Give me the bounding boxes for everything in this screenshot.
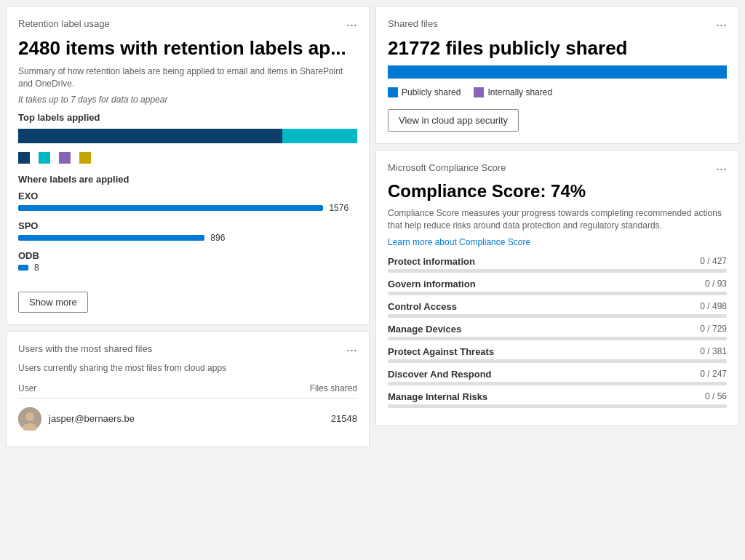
legend-internally-shared: Internally shared bbox=[474, 87, 552, 97]
avatar bbox=[18, 407, 41, 431]
discover-respond-bar bbox=[388, 382, 727, 385]
compliance-row-protect-threats: Protect Against Threats 0 / 381 bbox=[388, 346, 727, 363]
compliance-row-govern-info: Govern information 0 / 93 bbox=[388, 279, 727, 295]
table-row: jasper@bernaers.be 21548 bbox=[18, 403, 357, 435]
discover-respond-score: 0 / 247 bbox=[700, 369, 727, 379]
top-labels-bar bbox=[18, 129, 357, 143]
protect-info-score: 0 / 427 bbox=[700, 256, 727, 266]
compliance-description: Compliance Score measures your progress … bbox=[388, 207, 727, 232]
odb-bar bbox=[18, 265, 28, 271]
shared-files-menu[interactable]: ··· bbox=[716, 18, 727, 31]
protect-info-bar bbox=[388, 269, 727, 273]
legend-dot-purple bbox=[474, 87, 484, 97]
retention-sub-text: Summary of how retention labels are bein… bbox=[18, 65, 357, 90]
govern-info-label: Govern information bbox=[388, 279, 476, 289]
shared-files-legend: Publicly shared Internally shared bbox=[388, 87, 727, 97]
compliance-row-control-access: Control Access 0 / 498 bbox=[388, 301, 727, 318]
govern-info-bar bbox=[388, 292, 727, 295]
spo-bar bbox=[18, 235, 204, 241]
odb-label: ODB bbox=[18, 250, 357, 261]
protect-threats-label: Protect Against Threats bbox=[388, 346, 494, 357]
users-card-title: Users with the most shared files bbox=[18, 343, 152, 354]
label-row-exo: EXO 1576 bbox=[18, 191, 357, 213]
swatch-teal bbox=[39, 152, 50, 164]
swatch-yellow bbox=[79, 152, 91, 164]
protect-info-label: Protect information bbox=[388, 256, 475, 267]
table-header: User Files shared bbox=[18, 379, 357, 399]
compliance-score-card: Microsoft Compliance Score ··· Complianc… bbox=[375, 150, 739, 426]
shared-files-card: Shared files ··· 21772 files publicly sh… bbox=[375, 6, 739, 144]
compliance-row-protect-info: Protect information 0 / 427 bbox=[388, 256, 727, 273]
label-row-odb: ODB 8 bbox=[18, 250, 357, 273]
swatch-purple bbox=[59, 152, 71, 164]
shared-files-title: Shared files bbox=[388, 18, 438, 29]
users-sub-text: Users currently sharing the most files f… bbox=[18, 362, 357, 375]
legend-dot-blue bbox=[388, 87, 398, 97]
retention-card-menu[interactable]: ··· bbox=[346, 18, 357, 31]
protect-threats-score: 0 / 381 bbox=[700, 346, 727, 356]
retention-warning: It takes up to 7 days for data to appear bbox=[18, 95, 357, 105]
user-info: jasper@bernaers.be bbox=[18, 407, 135, 431]
discover-respond-label: Discover And Respond bbox=[388, 369, 492, 380]
spo-label: SPO bbox=[18, 220, 357, 231]
legend-label-public: Publicly shared bbox=[402, 87, 461, 97]
compliance-card-menu[interactable]: ··· bbox=[716, 162, 727, 175]
spo-value: 896 bbox=[210, 233, 225, 243]
users-shared-files-card: Users with the most shared files ··· Use… bbox=[6, 331, 370, 447]
bar-segment-2 bbox=[282, 129, 357, 143]
users-card-menu[interactable]: ··· bbox=[346, 343, 357, 356]
internal-risks-score: 0 / 56 bbox=[705, 391, 727, 401]
shared-files-bar bbox=[388, 65, 727, 79]
learn-more-link[interactable]: Learn more about Compliance Score bbox=[388, 237, 530, 247]
retention-big-number: 2480 items with retention labels ap... bbox=[18, 37, 357, 60]
odb-value: 8 bbox=[34, 263, 39, 273]
show-more-button[interactable]: Show more bbox=[18, 292, 88, 313]
manage-devices-label: Manage Devices bbox=[388, 324, 461, 335]
compliance-row-internal-risks: Manage Internal Risks 0 / 56 bbox=[388, 391, 727, 408]
where-labels-section: Where labels are applied bbox=[18, 174, 357, 185]
exo-bar bbox=[18, 205, 323, 211]
svg-point-1 bbox=[25, 412, 34, 421]
user-email: jasper@bernaers.be bbox=[49, 413, 135, 424]
manage-devices-bar bbox=[388, 337, 727, 340]
internal-risks-bar bbox=[388, 404, 727, 408]
control-access-label: Control Access bbox=[388, 301, 457, 312]
top-labels-section: Top labels applied bbox=[18, 112, 357, 123]
compliance-card-title: Microsoft Compliance Score bbox=[388, 162, 506, 173]
legend-publicly-shared: Publicly shared bbox=[388, 87, 461, 97]
view-cloud-app-security-button[interactable]: View in cloud app security bbox=[388, 109, 519, 132]
swatch-blue bbox=[18, 152, 30, 164]
legend-label-internal: Internally shared bbox=[487, 87, 552, 97]
bar-segment-1 bbox=[18, 129, 282, 143]
col-files: Files shared bbox=[310, 383, 357, 393]
files-count: 21548 bbox=[331, 413, 357, 424]
label-row-spo: SPO 896 bbox=[18, 220, 357, 243]
compliance-row-discover-respond: Discover And Respond 0 / 247 bbox=[388, 369, 727, 385]
exo-value: 1576 bbox=[329, 203, 348, 213]
retention-card-title: Retention label usage bbox=[18, 18, 110, 29]
retention-label-card: Retention label usage ··· 2480 items wit… bbox=[6, 6, 370, 325]
color-swatches bbox=[18, 152, 357, 164]
exo-label: EXO bbox=[18, 191, 357, 201]
compliance-score-label: Compliance Score: 74% bbox=[388, 181, 727, 201]
compliance-row-manage-devices: Manage Devices 0 / 729 bbox=[388, 324, 727, 340]
manage-devices-score: 0 / 729 bbox=[700, 324, 727, 334]
govern-info-score: 0 / 93 bbox=[705, 279, 727, 289]
col-user: User bbox=[18, 383, 36, 393]
shared-files-number: 21772 files publicly shared bbox=[388, 37, 727, 60]
internal-risks-label: Manage Internal Risks bbox=[388, 391, 487, 402]
protect-threats-bar bbox=[388, 359, 727, 363]
control-access-bar bbox=[388, 314, 727, 318]
control-access-score: 0 / 498 bbox=[700, 301, 727, 311]
